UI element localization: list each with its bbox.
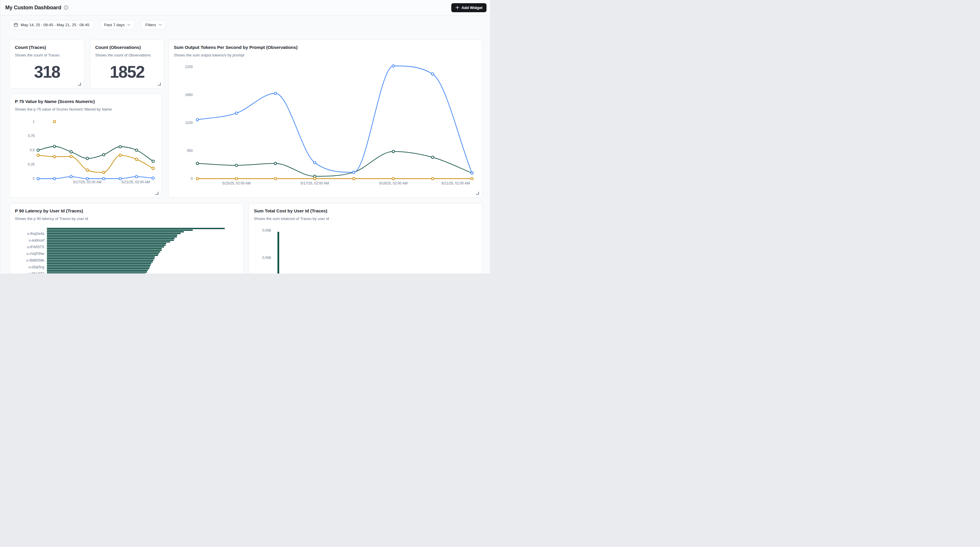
data-point[interactable] (119, 146, 121, 148)
data-point[interactable] (471, 172, 473, 174)
data-point[interactable] (102, 178, 105, 180)
data-point[interactable] (196, 178, 199, 180)
latency-bar[interactable] (47, 236, 177, 238)
latency-bar[interactable] (47, 256, 155, 258)
data-point[interactable] (353, 178, 355, 180)
data-point[interactable] (196, 119, 199, 121)
data-point[interactable] (70, 151, 72, 153)
data-point[interactable] (135, 158, 138, 160)
data-point[interactable] (53, 145, 56, 147)
cost-bar-chart-canvas[interactable]: 0.0080.006 (249, 203, 483, 274)
data-point[interactable] (53, 178, 56, 180)
data-point[interactable] (37, 149, 39, 151)
info-icon[interactable] (64, 5, 68, 10)
latency-bar[interactable] (47, 271, 147, 273)
add-widget-button[interactable]: Add Widget (451, 3, 487, 12)
latency-bar[interactable] (47, 255, 158, 256)
data-point[interactable] (431, 73, 434, 75)
x-axis-tick-label: 5/19/25, 02:00 AM (379, 181, 407, 186)
data-point[interactable] (274, 178, 277, 180)
latency-bar[interactable] (47, 243, 166, 244)
latency-bar[interactable] (47, 230, 193, 231)
user-id-label: u-8sq2w4a (27, 231, 44, 236)
data-point[interactable] (135, 176, 138, 178)
card-subtitle: Shows the p 75 value of Scores Numeric f… (15, 107, 157, 111)
data-point[interactable] (392, 150, 395, 152)
data-point[interactable] (70, 176, 72, 178)
latency-bar[interactable] (47, 228, 225, 229)
data-point[interactable] (235, 112, 237, 114)
resize-handle-icon[interactable] (78, 82, 81, 86)
data-point[interactable] (196, 162, 199, 164)
data-point[interactable] (102, 171, 105, 173)
latency-bar[interactable] (47, 273, 146, 274)
tokens-line-chart-canvas[interactable]: 05501100165022005/15/25, 02:00 AM5/17/25… (169, 40, 483, 198)
data-point[interactable] (392, 178, 395, 180)
date-preset-dropdown[interactable]: Past 7 days (100, 20, 135, 29)
latency-bar[interactable] (47, 258, 154, 260)
latency-bar[interactable] (47, 245, 165, 246)
latency-bar[interactable] (47, 231, 184, 233)
latency-bar[interactable] (47, 251, 160, 253)
date-range-button[interactable]: May 14, 25 : 08:45 - May 21, 25 : 08:45 (10, 20, 94, 29)
latency-bar[interactable] (47, 260, 153, 261)
data-point[interactable] (70, 155, 72, 157)
latency-bar[interactable] (47, 266, 150, 268)
latency-bar[interactable] (47, 238, 175, 239)
plus-icon (455, 6, 460, 10)
data-point[interactable] (471, 178, 473, 180)
data-point[interactable] (86, 178, 89, 180)
data-point[interactable] (431, 178, 434, 180)
resize-handle-icon[interactable] (156, 192, 158, 195)
y-axis-tick-label: 0 (191, 177, 193, 181)
latency-bar[interactable] (47, 261, 153, 263)
data-point[interactable] (37, 178, 39, 180)
add-widget-label: Add Widget (461, 6, 482, 10)
latency-bar[interactable] (47, 268, 149, 270)
latency-bar[interactable] (47, 270, 148, 271)
data-point[interactable] (119, 178, 121, 180)
line-series-series-green (197, 152, 472, 176)
latency-bar[interactable] (47, 265, 151, 266)
data-point[interactable] (392, 65, 395, 67)
latency-bar[interactable] (47, 248, 162, 249)
data-point[interactable] (235, 164, 237, 166)
data-point[interactable] (86, 169, 89, 171)
latency-bar[interactable] (47, 250, 162, 251)
data-point[interactable] (53, 120, 56, 123)
filter-row: May 14, 25 : 08:45 - May 21, 25 : 08:45 … (10, 20, 166, 29)
data-point[interactable] (274, 162, 277, 164)
p90-bar-chart-canvas[interactable]: u-8sq2w4au-aobnuxfu-tFAR5TXu-zVqP3hwu-5M… (10, 203, 244, 274)
data-point[interactable] (353, 171, 355, 173)
data-point[interactable] (53, 155, 56, 158)
data-point[interactable] (152, 177, 154, 179)
resize-handle-icon[interactable] (158, 82, 161, 86)
data-point[interactable] (119, 154, 121, 156)
data-point[interactable] (431, 156, 434, 158)
x-axis-tick-label: 5/21/25, 02:00 AM (441, 181, 469, 186)
filters-dropdown[interactable]: Filters (141, 20, 166, 29)
latency-bar[interactable] (47, 235, 177, 236)
data-point[interactable] (152, 167, 154, 170)
latency-bar[interactable] (47, 246, 164, 247)
data-point[interactable] (86, 157, 89, 159)
latency-bar[interactable] (47, 253, 159, 254)
data-point[interactable] (152, 160, 154, 162)
latency-bar[interactable] (47, 241, 170, 243)
data-point[interactable] (313, 178, 316, 180)
data-point[interactable] (235, 178, 237, 180)
user-id-label: u-5M8D56k (26, 258, 45, 262)
latency-bar[interactable] (47, 233, 180, 234)
count-observations-value: 1852 (110, 62, 145, 81)
latency-bar[interactable] (47, 263, 151, 265)
data-point[interactable] (274, 92, 277, 95)
cost-bar[interactable] (277, 232, 279, 274)
data-point[interactable] (313, 162, 316, 164)
data-point[interactable] (135, 149, 138, 151)
user-id-label: u-8fVa9T3 (28, 272, 44, 274)
latency-bar[interactable] (47, 239, 174, 241)
data-point[interactable] (102, 153, 105, 156)
resize-handle-icon[interactable] (476, 192, 479, 195)
data-point[interactable] (37, 154, 39, 156)
card-count-traces: Count (Traces) Shows the count of Traces… (10, 40, 84, 89)
